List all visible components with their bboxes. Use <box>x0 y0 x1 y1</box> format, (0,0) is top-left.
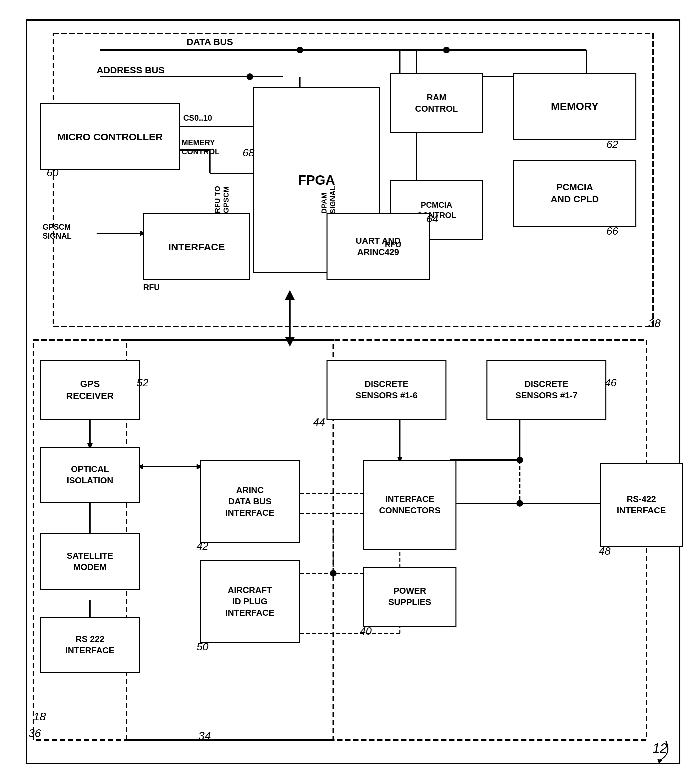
label-40: 40 <box>360 625 372 637</box>
pcmcia-cpld-box: PCMCIAAND CPLD <box>513 160 636 227</box>
rs222-box: RS 222INTERFACE <box>40 617 140 673</box>
arinc-bus-box: ARINCDATA BUSINTERFACE <box>200 460 300 543</box>
svg-marker-28 <box>285 290 295 300</box>
label-42: 42 <box>197 540 209 552</box>
gpscm-signal-label: GPSCMSIGNAL <box>43 223 72 241</box>
discrete-sensors-2-box: DISCRETESENSORS #1-7 <box>487 360 606 420</box>
rs422-box: RS-422INTERFACE <box>600 463 683 546</box>
label-36: 36 <box>28 727 41 740</box>
label-64: 64 <box>426 213 439 225</box>
interface-connectors-box: INTERFACECONNECTORS <box>363 460 456 550</box>
label-48: 48 <box>599 545 611 557</box>
svg-point-41 <box>330 570 336 577</box>
micro-controller-box: MICRO CONTROLLER <box>40 103 180 170</box>
svg-point-8 <box>247 73 253 80</box>
svg-point-46 <box>517 457 523 463</box>
ram-control-box: RAMCONTROL <box>390 73 483 133</box>
memery-control-label: MEMERYCONTROL <box>182 138 220 156</box>
rfu-to-gpscm-label: RFU TOGPSCM <box>213 186 230 213</box>
label-34: 34 <box>198 729 211 742</box>
memory-box: MEMORY <box>513 73 636 140</box>
svg-point-6 <box>443 47 450 53</box>
optical-isolation-box: OPTICALISOLATION <box>40 447 140 503</box>
cs010-label: CS0..10 <box>183 113 212 123</box>
label-52: 52 <box>137 377 149 389</box>
label-46: 46 <box>605 377 617 389</box>
data-bus-label: DATA BUS <box>187 37 233 47</box>
label-50: 50 <box>197 641 209 653</box>
label-18: 18 <box>33 710 46 723</box>
label-62: 62 <box>606 138 618 151</box>
label-68: 68 <box>243 147 255 159</box>
dpam-signal-label: DPAMSIGNAL <box>320 186 337 214</box>
satellite-modem-box: SATELLITEMODEM <box>40 533 140 590</box>
discrete-sensors-1-box: DISCRETESENSORS #1-6 <box>326 360 446 420</box>
label-44: 44 <box>313 416 325 429</box>
gps-receiver-box: GPSRECEIVER <box>40 360 140 420</box>
svg-point-5 <box>296 47 303 53</box>
svg-marker-27 <box>285 337 295 347</box>
diagram-container: MICRO CONTROLLER FPGA MEMORY RAMCONTROL … <box>0 0 699 784</box>
interface-upper-box: INTERFACE <box>143 213 250 280</box>
rfu-label-1: RFU <box>143 283 160 292</box>
label-60: 60 <box>46 167 59 179</box>
address-bus-label: ADDRESS BUS <box>97 65 165 76</box>
power-supplies-box: POWERSUPPLIES <box>363 566 456 627</box>
label-66: 66 <box>606 225 618 238</box>
aircraft-id-box: AIRCRAFTID PLUGINTERFACE <box>200 560 300 643</box>
label-12-arrow <box>639 737 679 764</box>
label-38: 38 <box>648 317 661 330</box>
svg-point-50 <box>517 500 523 507</box>
rfu-label-2: RFU <box>385 240 401 249</box>
uart-arinc-box: UART ANDARINC429 <box>326 213 430 280</box>
